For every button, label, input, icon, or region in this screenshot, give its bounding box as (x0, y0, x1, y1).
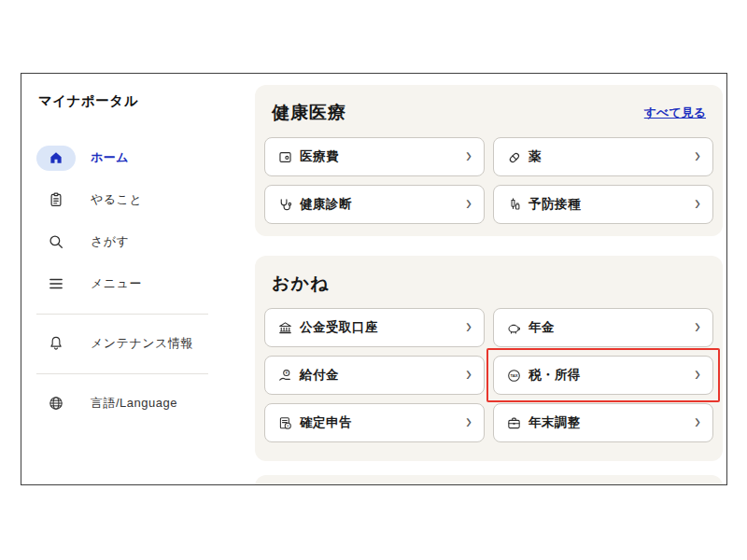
chevron-right-icon: › (695, 316, 700, 340)
sidebar-item-label: さがす (91, 233, 129, 250)
section-health-header: 健康医療 すべて見る (264, 101, 713, 125)
medical-expenses-icon (277, 149, 300, 165)
chevron-right-icon: › (695, 146, 700, 169)
sidebar-item-label: やること (91, 191, 142, 208)
medicine-icon (506, 149, 529, 165)
sidebar-divider (36, 314, 208, 315)
section-health-grid: 医療費 › 薬 › (264, 137, 713, 224)
section-health: 健康医療 すべて見る 医療費 › (255, 85, 723, 236)
section-money-header: おかね (264, 272, 713, 296)
svg-text:¥: ¥ (285, 371, 288, 375)
svg-text:TAX: TAX (510, 373, 517, 378)
year-end-adjustment-icon (506, 415, 529, 431)
sidebar-item-menu[interactable]: メニュー (36, 270, 223, 298)
section-title-health: 健康医療 (272, 101, 346, 125)
card-label: 医療費 (300, 148, 339, 165)
card-label: 公金受取口座 (300, 319, 378, 336)
section-partial (255, 475, 723, 485)
sidebar-divider (36, 373, 208, 374)
sidebar-item-search[interactable]: さがす (36, 228, 223, 256)
app-window: マイナポータル ホーム (21, 73, 727, 485)
section-title-money: おかね (272, 272, 329, 296)
card-public-funds-account[interactable]: 公金受取口座 › (264, 308, 485, 347)
card-label: 給付金 (300, 367, 339, 384)
sidebar-item-home[interactable]: ホーム (36, 144, 223, 172)
app-title: マイナポータル (38, 92, 223, 110)
section-money: おかね 公金受取口座 › (255, 256, 723, 461)
tax-return-icon: ¥ (277, 415, 300, 431)
chevron-right-icon: › (466, 316, 472, 340)
sidebar-item-label: ホーム (91, 149, 129, 166)
view-all-link[interactable]: すべて見る (644, 105, 706, 121)
card-benefits[interactable]: ¥ 給付金 › (264, 356, 485, 395)
chevron-right-icon: › (695, 364, 700, 387)
health-checkup-icon (277, 197, 300, 213)
sidebar-item-maintenance[interactable]: メンテナンス情報 (36, 329, 223, 357)
tax-income-icon: TAX (506, 368, 529, 384)
home-icon (36, 146, 76, 171)
card-pension[interactable]: 年金 › (493, 308, 713, 347)
card-label: 薬 (529, 148, 542, 165)
chevron-right-icon: › (466, 412, 472, 435)
sidebar-nav: ホーム やること (36, 144, 223, 417)
globe-icon (36, 391, 76, 416)
card-label: 税・所得 (529, 367, 581, 384)
sidebar: マイナポータル ホーム (36, 87, 223, 431)
card-medical-expenses[interactable]: 医療費 › (264, 137, 485, 176)
section-money-grid: 公金受取口座 › 年金 › (264, 308, 713, 442)
card-label: 予防接種 (529, 196, 581, 213)
card-label: 年金 (529, 319, 555, 336)
sidebar-item-label: メニュー (91, 275, 142, 292)
sidebar-item-label: メンテナンス情報 (91, 335, 193, 352)
sidebar-item-language[interactable]: 言語/Language (36, 389, 223, 417)
menu-icon (36, 272, 76, 297)
card-tax-return[interactable]: ¥ 確定申告 › (264, 403, 485, 442)
card-health-checkup[interactable]: 健康診断 › (264, 185, 485, 224)
pension-icon (506, 320, 529, 336)
card-tax-income[interactable]: TAX 税・所得 › (493, 356, 713, 395)
sidebar-item-label: 言語/Language (91, 395, 177, 412)
card-label: 健康診断 (300, 196, 352, 213)
chevron-right-icon: › (466, 146, 472, 169)
benefits-icon: ¥ (277, 368, 300, 384)
card-vaccination[interactable]: 予防接種 › (493, 185, 713, 224)
vaccination-icon (506, 197, 529, 213)
card-label: 確定申告 (300, 414, 352, 431)
bank-account-icon (277, 320, 300, 336)
sidebar-item-tasks[interactable]: やること (36, 186, 223, 214)
card-label: 年末調整 (529, 414, 581, 431)
chevron-right-icon: › (695, 412, 700, 435)
card-medicine[interactable]: 薬 › (493, 137, 713, 176)
chevron-right-icon: › (695, 193, 700, 217)
bell-icon (36, 331, 76, 357)
card-year-end-adjustment[interactable]: 年末調整 › (493, 403, 713, 442)
search-icon (36, 230, 76, 255)
tasks-icon (36, 188, 76, 213)
chevron-right-icon: › (466, 193, 472, 217)
chevron-right-icon: › (466, 364, 472, 387)
